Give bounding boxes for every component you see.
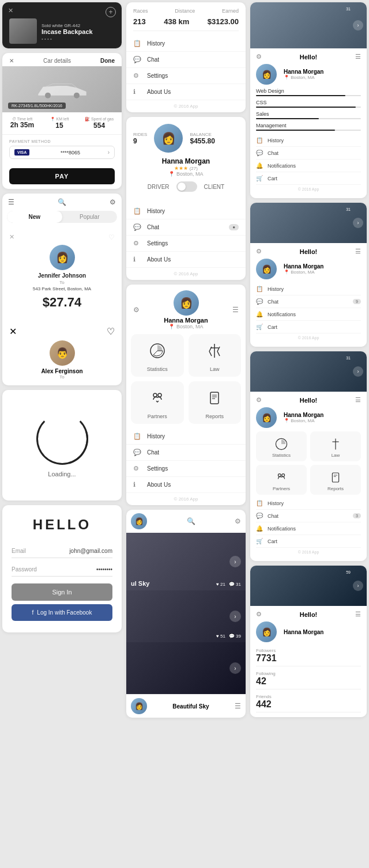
email-field[interactable]: Email john@gmail.com [12, 544, 112, 558]
menu-icon[interactable]: ☰ [8, 198, 14, 206]
rp-notif-1[interactable]: 🔔 Notifications [256, 160, 361, 172]
history-icon-3: 📋 [133, 433, 142, 440]
feed-title-1: ul Sky [131, 580, 149, 587]
chevron-right-icon: › [108, 149, 110, 156]
search-icon-feed[interactable]: 🔍 [187, 517, 195, 525]
footer-3: © 2016 App [126, 493, 246, 505]
settings-icon-3[interactable]: ⚙ [133, 306, 140, 314]
menu-history-2[interactable]: 📋 History [126, 203, 246, 219]
menu-icon-bottom[interactable]: ☰ [235, 702, 241, 710]
add-icon[interactable]: + [106, 7, 116, 17]
service-reports-1[interactable]: Reports [189, 381, 242, 424]
rp-notif-2[interactable]: 🔔 Notifications [256, 308, 361, 321]
search-icon[interactable]: 🔍 [58, 198, 66, 206]
photo-arrow-1[interactable]: › [353, 20, 363, 31]
heart-icon[interactable]: ♡ [108, 233, 115, 241]
car-details-title: Car details [43, 58, 71, 64]
gear-icon-4[interactable]: ⚙ [256, 611, 262, 618]
menu-settings-3[interactable]: ⚙ Settings [126, 461, 246, 477]
skill-css: CSS [256, 100, 361, 108]
menu-settings-1[interactable]: ⚙ Settings [126, 68, 246, 84]
menu-about-2[interactable]: ℹ About Us [126, 252, 246, 268]
rp-cart-icon-1: 🛒 [256, 175, 264, 181]
menu-icon-3[interactable]: ☰ [232, 306, 239, 314]
comment-count-4: 59 [346, 570, 351, 574]
service-statistics-1[interactable]: Statistics [131, 334, 184, 377]
rp-cart-1[interactable]: 🛒 Cart [256, 172, 361, 185]
heart2-icon[interactable]: ♡ [107, 326, 115, 337]
menu-icon-s2[interactable]: ☰ [355, 248, 361, 255]
bottom-avatar: 👩 [131, 698, 147, 714]
feed-arrow-1[interactable]: › [229, 556, 241, 567]
feed-item-2: › ♥ 51 💬 39 [126, 590, 246, 642]
feed-arrow-3[interactable]: › [229, 662, 241, 674]
tab-new[interactable]: New [7, 211, 62, 223]
menu-settings-2[interactable]: ⚙ Settings [126, 236, 246, 252]
service-partners-1[interactable]: Partners [131, 381, 184, 424]
about-icon-3: ℹ [133, 481, 142, 488]
menu-icon-s4[interactable]: ☰ [355, 611, 361, 618]
done-button[interactable]: Done [100, 58, 115, 64]
gear-icon-3[interactable]: ⚙ [256, 396, 262, 404]
rp-chat-1[interactable]: 💬 Chat [256, 147, 361, 160]
chat-icon-2: 💬 [133, 223, 142, 231]
settings-icon-3b: ⚙ [133, 465, 142, 472]
pay-button[interactable]: PAY [9, 168, 115, 184]
photo-arrow-2[interactable]: › [353, 218, 363, 228]
driver-name-1: Jennifer Johnson [9, 272, 115, 279]
mini-service-law[interactable]: Law [310, 431, 361, 461]
close-icon[interactable]: ✕ [8, 7, 13, 14]
photo-arrow-4[interactable]: › [353, 581, 363, 591]
wp-name-4: Hanna Morgan [284, 629, 323, 635]
rp-chat-2[interactable]: 💬 Chat 9 [256, 295, 361, 308]
payment-section: PAYMENT METHOD VISA ****8065 › [2, 135, 122, 164]
rp-notif-3[interactable]: 🔔 Notifications [256, 522, 361, 535]
rp-chat-icon-2: 💬 [256, 298, 264, 305]
facebook-button[interactable]: f Log In with Facebook [12, 604, 112, 621]
filter-icon[interactable]: ⚙ [110, 198, 116, 206]
services-header: ⚙ Hello! ☰ [256, 396, 361, 404]
close-car-icon[interactable]: ✕ [9, 58, 14, 64]
skills-header: ⚙ Hello! ☰ [256, 53, 361, 60]
password-field[interactable]: Password •••••••• [12, 563, 112, 577]
close-ride-icon[interactable]: ✕ [9, 233, 14, 241]
rp-history-icon-1: 📋 [256, 137, 264, 143]
gas-left: ⛽ Spent of gas 554 [85, 117, 114, 130]
rp-chat-3[interactable]: 💬 Chat 3 [256, 510, 361, 522]
menu-chat-3[interactable]: 💬 Chat [126, 445, 246, 461]
bg-photo-4: › 59 [250, 566, 367, 606]
service-law-1[interactable]: Law [189, 334, 242, 377]
menu-chat-1[interactable]: 💬 Chat [126, 52, 246, 68]
card-number: ****8065 [61, 150, 80, 156]
chat-icon-3: 💬 [133, 449, 142, 456]
partners-label-1: Partners [148, 414, 167, 419]
menu-icon-s1[interactable]: ☰ [355, 53, 361, 60]
gear-icon-1[interactable]: ⚙ [256, 53, 262, 60]
menu-chat-2[interactable]: 💬 Chat ● [126, 219, 246, 236]
rp-history-1[interactable]: 📋 History [256, 134, 361, 147]
mini-service-stats[interactable]: Statistics [256, 431, 307, 461]
rp-history-3[interactable]: 📋 History [256, 497, 361, 510]
menu-history-1[interactable]: 📋 History [126, 36, 246, 52]
hanna-avatar-2: 👩 [154, 124, 183, 153]
mini-service-partners[interactable]: Partners [256, 465, 307, 495]
tab-popular[interactable]: Popular [62, 211, 118, 223]
rp-footer-3: © 2016 App [256, 548, 361, 556]
visa-row[interactable]: VISA ****8065 › [9, 146, 115, 159]
gear-icon-2[interactable]: ⚙ [256, 248, 262, 255]
close-ride2-icon[interactable]: ✕ [9, 326, 17, 337]
toggle-switch[interactable] [176, 181, 197, 192]
photo-arrow-3[interactable]: › [353, 366, 363, 377]
menu-icon-s3[interactable]: ☰ [355, 396, 361, 404]
feed-arrow-2[interactable]: › [229, 611, 241, 622]
mini-service-reports[interactable]: Reports [310, 465, 361, 495]
rp-cart-2[interactable]: 🛒 Cart [256, 321, 361, 333]
menu-about-1[interactable]: ℹ About Us [126, 84, 246, 100]
signin-button[interactable]: Sign In [12, 583, 112, 601]
hanna-name-2: Hanna Morgan [133, 157, 239, 165]
filter-icon-feed[interactable]: ⚙ [235, 517, 241, 525]
rp-cart-3[interactable]: 🛒 Cart [256, 535, 361, 548]
rp-history-2[interactable]: 📋 History [256, 283, 361, 295]
menu-about-3[interactable]: ℹ About Us [126, 477, 246, 493]
menu-history-3[interactable]: 📋 History [126, 429, 246, 445]
